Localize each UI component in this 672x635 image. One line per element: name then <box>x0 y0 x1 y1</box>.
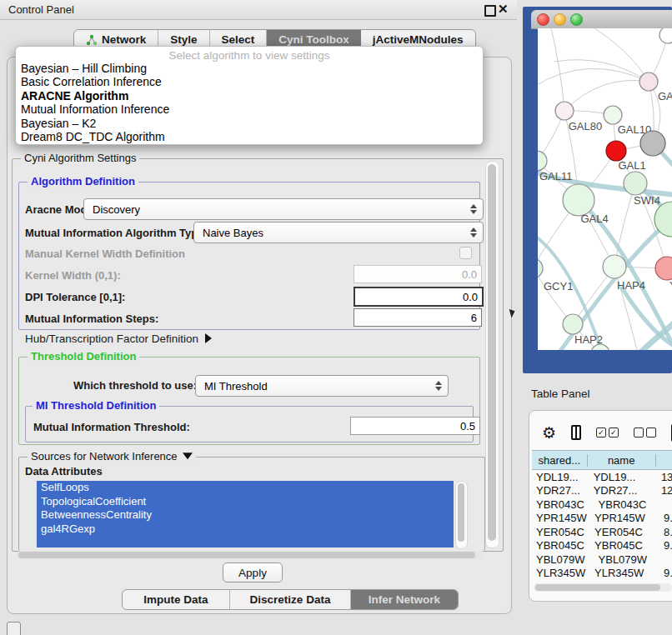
aracne-mode-select[interactable]: Discovery <box>83 198 484 220</box>
network-node[interactable] <box>606 141 626 161</box>
which-threshold-select[interactable]: MI Threshold <box>195 375 449 397</box>
stepper-icon <box>470 228 477 238</box>
cyni-algorithm-settings-title: Cyni Algorithm Settings <box>21 152 139 164</box>
column-header-name[interactable]: name <box>588 454 656 467</box>
attribute-item[interactable]: SelfLoops <box>37 481 454 495</box>
deselect-checks-icon[interactable] <box>634 428 656 438</box>
apply-button[interactable]: Apply <box>223 562 283 582</box>
control-panel-title: Control Panel <box>0 3 74 16</box>
network-svg: GALGAL80GAL10GAL11GAL1SWI4GAL4GCY1HAP4YH… <box>538 28 672 350</box>
network-edge[interactable] <box>588 28 649 82</box>
table-row[interactable]: YPR145W YPR145W 9. <box>532 512 672 526</box>
data-attributes-list[interactable]: SelfLoopsTopologicalCoefficientBetweenne… <box>37 481 454 548</box>
mi-threshold-input[interactable]: 0.5 <box>350 417 480 435</box>
network-node-hap4[interactable] <box>603 255 626 278</box>
algorithm-option[interactable]: ARACNE Algorithm <box>21 89 478 102</box>
network-node-gal1[interactable] <box>624 172 647 195</box>
network-node-gal80[interactable] <box>555 102 574 120</box>
network-node-hap2[interactable] <box>563 314 583 334</box>
network-node-gal11[interactable] <box>538 151 547 171</box>
data-attributes-label: Data Attributes <box>25 465 103 478</box>
network-icon <box>86 34 98 46</box>
dpi-tolerance-label: DPI Tolerance [0,1]: <box>25 291 125 303</box>
tab-impute-data[interactable]: Impute Data <box>123 590 230 609</box>
table-row[interactable]: YLR345W YLR345W 9. <box>532 567 672 581</box>
mi-threshold-definition-title: MI Threshold Definition <box>33 399 159 412</box>
stepper-icon <box>470 204 477 214</box>
dpi-tolerance-input[interactable]: 0.0 <box>354 287 484 307</box>
network-window-titlebar[interactable] <box>531 10 672 29</box>
attributes-scrollbar[interactable] <box>455 481 468 549</box>
tab-infer-network[interactable]: Infer Network <box>351 590 458 609</box>
network-edge[interactable] <box>538 68 649 87</box>
table-row[interactable]: YBL079W YBL079W <box>532 552 672 567</box>
table-body: YDL19... YDL19... 13 YDR27... YDR27... 1… <box>532 470 672 585</box>
select-all-checks-icon[interactable]: ✓✓ <box>596 428 619 438</box>
attribute-item[interactable]: TopologicalCoefficient <box>37 495 454 509</box>
which-threshold-label: Which threshold to use: <box>73 379 197 392</box>
hub-definition-expander[interactable]: Hub/Transcription Factor Definition <box>25 332 212 345</box>
network-canvas[interactable]: GALGAL80GAL10GAL11GAL1SWI4GAL4GCY1HAP4YH… <box>538 28 672 350</box>
expand-right-icon <box>205 333 212 343</box>
mac-zoom-button[interactable] <box>570 13 583 26</box>
network-node-y[interactable] <box>655 257 672 280</box>
network-node-gcy1[interactable] <box>538 258 543 278</box>
network-edge[interactable] <box>550 28 564 111</box>
bottom-tabbar: Impute Data Discretize Data Infer Networ… <box>122 589 459 610</box>
node-table: shared... name YDL19... YDL19... 13 YDR2… <box>532 450 672 585</box>
mi-steps-input[interactable]: 6 <box>354 308 482 327</box>
mi-steps-label: Mutual Information Steps: <box>25 312 158 325</box>
network-edge[interactable] <box>564 80 649 111</box>
mi-algorithm-type-select[interactable]: Naive Bayes <box>193 222 484 243</box>
collapse-down-icon <box>183 452 193 459</box>
mi-algorithm-type-label: Mutual Information Algorithm Type: <box>25 227 208 239</box>
network-node-gal10[interactable] <box>604 106 622 124</box>
manual-kernel-width-checkbox[interactable] <box>459 247 472 259</box>
network-node[interactable] <box>640 131 665 156</box>
attribute-item[interactable]: BetweennessCentrality <box>37 508 454 522</box>
docked-panel-icon[interactable] <box>7 622 21 635</box>
node-label: SWI4 <box>634 194 660 207</box>
network-node-gal4[interactable] <box>563 184 594 216</box>
network-edge[interactable] <box>554 60 649 82</box>
algorithm-dropdown-prompt: Select algorithm to view settings <box>16 49 483 62</box>
sources-title[interactable]: Sources for Network Inference <box>28 450 196 462</box>
stepper-icon <box>435 381 442 391</box>
table-row[interactable]: YBR043C YBR043C <box>532 498 672 512</box>
algorithm-option[interactable]: Mutual Information Inference <box>21 102 478 116</box>
node-label: GAL1 <box>618 159 645 172</box>
screen: Control Panel ✕ Network Style Select Cyn… <box>0 0 672 635</box>
kernel-width-label: Kernel Width (0,1): <box>25 269 121 282</box>
node-label: GAL80 <box>569 120 602 132</box>
mi-threshold-label: Mutual Information Threshold: <box>33 421 190 433</box>
table-data-ghost-value: gal-filtered sif default node <box>32 128 158 140</box>
column-header-shared-name[interactable]: shared... <box>532 454 588 467</box>
table-row[interactable]: YBR045C YBR045C 9. <box>532 539 672 553</box>
network-node[interactable] <box>659 28 672 43</box>
table-toolbar: ⚙ ✓✓ <box>534 421 672 444</box>
table-row[interactable]: YDL19... YDL19... 13 <box>532 470 672 484</box>
settings-vscrollbar[interactable] <box>485 161 499 548</box>
gear-icon[interactable]: ⚙ <box>542 425 556 441</box>
mac-close-button[interactable] <box>537 13 549 26</box>
tab-discretize-data[interactable]: Discretize Data <box>230 590 351 609</box>
table-row[interactable]: YDR27... YDR27... 12 <box>532 484 672 498</box>
node-label: GAL11 <box>539 170 573 182</box>
manual-kernel-width-label: Manual Kernel Width Definition <box>25 248 185 260</box>
tab-network-label: Network <box>102 33 146 46</box>
kernel-width-input[interactable]: 0.0 <box>354 265 482 283</box>
node-label: GAL <box>658 90 672 102</box>
float-window-icon[interactable] <box>484 5 496 17</box>
threshold-definition-title: Threshold Definition <box>28 350 139 362</box>
table-panel-title: Table Panel <box>531 388 590 400</box>
settings-hscrollbar[interactable] <box>17 551 485 559</box>
node-label: GAL4 <box>580 212 608 225</box>
close-icon[interactable]: ✕ <box>498 2 509 17</box>
table-hscrollbar[interactable] <box>534 583 672 592</box>
attribute-item[interactable]: gal4RGexp <box>37 522 454 537</box>
mac-minimize-button[interactable] <box>554 13 566 26</box>
table-row[interactable]: YER054C YER054C 8. <box>532 525 672 539</box>
network-node-gal[interactable] <box>639 72 658 91</box>
inference-algorithm-ghost-label: Inference Algorithm <box>25 67 118 79</box>
split-columns-icon[interactable] <box>571 425 581 440</box>
